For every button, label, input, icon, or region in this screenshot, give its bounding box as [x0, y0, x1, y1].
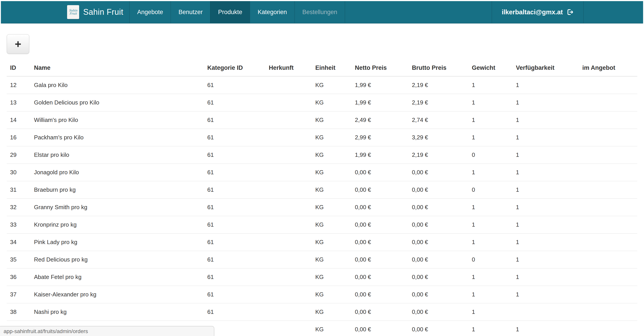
table-cell: KG	[312, 216, 352, 233]
table-cell	[512, 303, 579, 321]
user-email: ilkerbaltaci@gmx.at	[502, 9, 563, 16]
table-cell: 0,00 €	[408, 199, 468, 216]
column-header: Einheit	[312, 60, 352, 76]
table-cell: 32	[7, 199, 31, 216]
table-cell: 1	[512, 181, 579, 199]
table-cell: 1	[468, 268, 512, 286]
table-cell: 0,00 €	[408, 251, 468, 268]
table-cell	[579, 233, 637, 251]
table-cell: 1,99 €	[352, 76, 408, 94]
table-cell	[579, 146, 637, 164]
table-cell: 0,00 €	[352, 216, 408, 233]
column-header: ID	[7, 60, 31, 76]
table-cell: 1	[468, 129, 512, 146]
table-cell: 1	[512, 94, 579, 111]
table-cell: 61	[204, 129, 266, 146]
table-cell: 1	[512, 251, 579, 268]
table-cell: 31	[7, 181, 31, 199]
table-cell	[266, 94, 312, 111]
table-cell	[579, 181, 637, 199]
table-cell: 2,19 €	[408, 94, 468, 111]
table-cell: KG	[312, 233, 352, 251]
table-cell: 1	[512, 76, 579, 94]
table-cell: 1	[468, 233, 512, 251]
table-cell: 61	[204, 76, 266, 94]
table-row: 32Granny Smith pro kg61KG0,00 €0,00 €11	[7, 199, 637, 216]
table-cell: KG	[312, 251, 352, 268]
table-cell: 33	[7, 216, 31, 233]
table-cell: KG	[312, 268, 352, 286]
nav-item-produkte[interactable]: Produkte	[210, 1, 250, 23]
nav-item-kategorien[interactable]: Kategorien	[250, 1, 294, 23]
table-cell	[579, 94, 637, 111]
table-cell: 1	[468, 164, 512, 181]
table-cell	[579, 164, 637, 181]
table-cell: 0,00 €	[408, 268, 468, 286]
table-cell: 0	[468, 251, 512, 268]
brand-title: Sahin Fruit	[83, 8, 124, 17]
table-cell: Jonagold pro Kilo	[31, 164, 204, 181]
table-cell: KG	[312, 94, 352, 111]
main-nav: AngeboteBenutzerProdukteKategorienBestel…	[130, 1, 345, 23]
table-cell	[579, 129, 637, 146]
table-row: 37Kaiser-Alexander pro kg61KG0,00 €0,00 …	[7, 286, 637, 303]
table-cell	[266, 303, 312, 321]
table-cell: KG	[312, 146, 352, 164]
table-row: 14William's pro Kilo61KG2,49 €2,74 €11	[7, 111, 637, 129]
table-cell: 1	[512, 111, 579, 129]
table-cell: 61	[204, 233, 266, 251]
column-header: Name	[31, 60, 204, 76]
table-cell: 3,29 €	[408, 129, 468, 146]
table-cell: 61	[204, 303, 266, 321]
add-product-button[interactable]: +	[7, 34, 29, 54]
table-cell: 0,00 €	[408, 321, 468, 336]
brand[interactable]: Sahin Fruit Sahin Fruit	[67, 1, 130, 23]
table-cell: 61	[204, 251, 266, 268]
table-cell	[579, 76, 637, 94]
table-cell: 35	[7, 251, 31, 268]
table-cell: 61	[204, 111, 266, 129]
navbar: Sahin Fruit Sahin Fruit AngeboteBenutzer…	[1, 1, 643, 24]
table-cell: 37	[7, 286, 31, 303]
table-cell	[266, 199, 312, 216]
products-table: IDNameKategorie IDHerkunftEinheitNetto P…	[7, 60, 637, 336]
table-cell: William's pro Kilo	[31, 111, 204, 129]
table-cell: Kronprinz pro kg	[31, 216, 204, 233]
sign-out-icon[interactable]	[566, 9, 574, 16]
table-cell	[579, 216, 637, 233]
table-cell: Kaiser-Alexander pro kg	[31, 286, 204, 303]
table-cell: 1	[468, 216, 512, 233]
table-cell: KG	[312, 181, 352, 199]
table-cell: 0,00 €	[352, 268, 408, 286]
table-cell	[266, 251, 312, 268]
table-cell: 0,00 €	[408, 216, 468, 233]
main-content: + IDNameKategorie IDHerkunftEinheitNetto…	[0, 24, 644, 336]
nav-item-benutzer[interactable]: Benutzer	[170, 1, 210, 23]
table-cell: 61	[204, 216, 266, 233]
column-header: Verfügbarkeit	[512, 60, 579, 76]
table-cell	[266, 146, 312, 164]
table-row: 30Jonagold pro Kilo61KG0,00 €0,00 €11	[7, 164, 637, 181]
table-cell: 34	[7, 233, 31, 251]
table-cell: 36	[7, 268, 31, 286]
nav-item-angebote[interactable]: Angebote	[130, 1, 171, 23]
user-menu[interactable]: ilkerbaltaci@gmx.at	[492, 1, 584, 23]
table-cell: Golden Delicious pro Kilo	[31, 94, 204, 111]
table-cell: 0,00 €	[408, 303, 468, 321]
table-cell: KG	[312, 111, 352, 129]
table-cell: 0,00 €	[408, 181, 468, 199]
table-cell: 13	[7, 94, 31, 111]
table-cell: 0,00 €	[352, 233, 408, 251]
table-cell: 0,00 €	[352, 181, 408, 199]
column-header: Gewicht	[468, 60, 512, 76]
table-cell: 1	[468, 199, 512, 216]
table-cell: 1	[512, 216, 579, 233]
table-cell: KG	[312, 303, 352, 321]
table-row: 29Elstar pro kilo61KG1,99 €2,19 €01	[7, 146, 637, 164]
column-header: Herkunft	[266, 60, 312, 76]
nav-item-bestellungen[interactable]: Bestellungen	[294, 1, 345, 23]
table-cell: Pink Lady pro kg	[31, 233, 204, 251]
table-cell: 0,00 €	[408, 164, 468, 181]
table-cell: 30	[7, 164, 31, 181]
table-cell	[579, 268, 637, 286]
